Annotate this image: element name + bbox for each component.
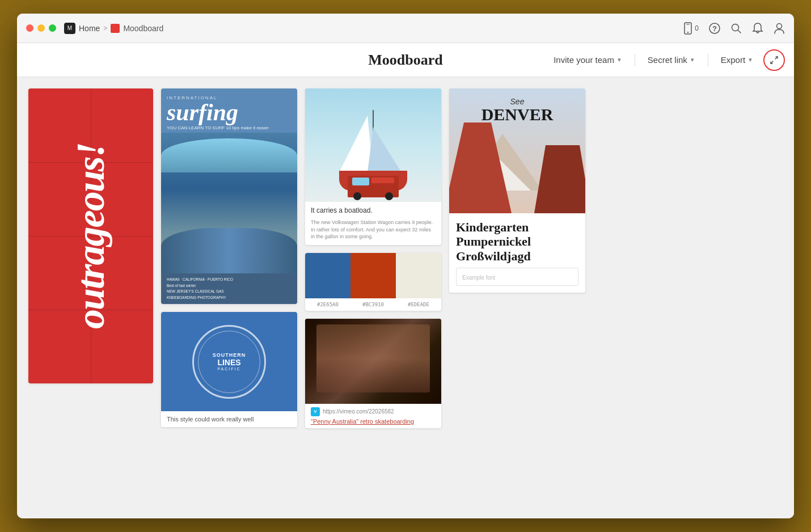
video-title[interactable]: "Penny Australia" retro skateboarding	[311, 418, 436, 425]
titlebar: M Home > Moodboard 0 ?	[17, 14, 794, 43]
secret-link-label: Secret link	[648, 55, 687, 65]
vw-image	[305, 88, 441, 202]
svg-rect-2	[686, 24, 690, 24]
notification-icon[interactable]	[752, 22, 763, 35]
toolbar-actions: Invite your team ▼ Secret link ▼ Export …	[549, 49, 785, 71]
denver-image: See DENVER	[449, 88, 585, 213]
fullscreen-button[interactable]	[763, 49, 785, 71]
export-label: Export	[721, 55, 745, 65]
vw-window	[352, 178, 369, 185]
svg-text:?: ?	[712, 24, 717, 33]
vw-card[interactable]: It carries a boatload. The new Volkswage…	[305, 88, 441, 245]
col-2: INTERNATIONAL surfing YOU CAN LEARN TO S…	[161, 88, 297, 427]
southern-content: SOUTHERN LINES PACIFIC	[161, 312, 297, 411]
southern-inner-circle: SOUTHERN LINES PACIFIC	[198, 331, 260, 393]
col-1: outrageous!	[28, 88, 153, 383]
palette-label-cream: #EDEADE	[396, 302, 441, 307]
palette-card[interactable]: #2E65A0 #BC3910 #EDEADE	[305, 253, 441, 311]
svg-point-7	[777, 23, 782, 28]
divider-2	[708, 54, 708, 66]
titlebar-actions: 0 ?	[683, 22, 785, 35]
invite-label: Invite your team	[554, 55, 614, 65]
surfing-header: INTERNATIONAL surfing YOU CAN LEARN TO S…	[161, 88, 297, 133]
swatch-cream	[396, 253, 441, 298]
secret-chevron-icon: ▼	[690, 57, 695, 63]
export-chevron-icon: ▼	[747, 57, 753, 63]
surfing-image	[161, 133, 297, 273]
col-3: It carries a boatload. The new Volkswage…	[305, 88, 441, 428]
wave-top	[161, 138, 297, 172]
southern-lines: LINES	[217, 358, 240, 367]
denver-name: DENVER	[449, 106, 585, 123]
export-button[interactable]: Export ▼	[716, 52, 758, 68]
invite-chevron-icon: ▼	[616, 57, 622, 63]
denver-title-area: See DENVER	[449, 97, 585, 123]
app-window: M Home > Moodboard 0 ?	[17, 14, 794, 518]
surfing-subtitle: YOU CAN LEARN TO SURF 10 tips make it ea…	[167, 125, 292, 130]
southern-label: This style could work really well	[161, 411, 297, 427]
palette-swatches	[305, 253, 441, 298]
video-thumbnail: ▶	[305, 319, 441, 404]
breadcrumb: M Home > Moodboard	[64, 23, 163, 34]
surfing-footer: HAWAII · CALIFORNIA · PUERTO RICO Best o…	[161, 273, 297, 304]
wheel-right	[385, 192, 393, 200]
sail-right	[368, 127, 402, 172]
moodboard-grid: outrageous! INTERNATIONAL surfing YOU CA…	[28, 88, 783, 507]
project-icon	[111, 24, 120, 33]
minimize-button[interactable]	[37, 24, 45, 32]
help-icon[interactable]: ?	[709, 23, 720, 34]
toolbar: Moodboard Invite your team ▼ Secret link…	[17, 43, 794, 77]
wheel-left	[353, 192, 361, 200]
southern-card[interactable]: SOUTHERN LINES PACIFIC This style could …	[161, 312, 297, 427]
swatch-blue	[305, 253, 350, 298]
face-bg	[316, 324, 430, 392]
vw-front	[371, 178, 394, 183]
vimeo-link: V https://vimeo.com/22026582	[311, 407, 436, 416]
home-label[interactable]: Home	[79, 24, 100, 33]
heading-line1: Kindergarten	[456, 220, 578, 234]
user-icon[interactable]	[774, 22, 785, 35]
search-icon[interactable]	[730, 23, 742, 34]
southern-pacific: PACIFIC	[217, 367, 240, 371]
denver-card[interactable]: See DENVER Kindergarten Pumpernickel Gro…	[449, 88, 585, 293]
denver-text: Kindergarten Pumpernickel Großwildjagd E…	[449, 213, 585, 293]
secret-link-button[interactable]: Secret link ▼	[643, 52, 700, 68]
swatch-red	[350, 253, 396, 298]
outrageous-card[interactable]: outrageous!	[28, 88, 153, 383]
surfing-footer-text: HAWAII · CALIFORNIA · PUERTO RICO Best o…	[167, 277, 292, 301]
southern-logo-circle: SOUTHERN LINES PACIFIC	[192, 325, 266, 399]
vw-subtext: The new Volkswagen Station Wagon carries…	[305, 219, 441, 245]
page-title: Moodboard	[368, 52, 442, 69]
maximize-button[interactable]	[49, 24, 56, 32]
denver-sky: See DENVER	[449, 88, 585, 213]
close-button[interactable]	[26, 24, 33, 32]
phone-icon[interactable]: 0	[683, 22, 699, 35]
wave-bottom	[161, 228, 297, 273]
traffic-lights	[26, 24, 56, 32]
video-card[interactable]: ▶ V https://vimeo.com/22026582 "Penny Au…	[305, 319, 441, 428]
project-label: Moodboard	[123, 24, 163, 33]
video-link-area: V https://vimeo.com/22026582 "Penny Aust…	[305, 404, 441, 428]
svg-line-6	[738, 30, 741, 33]
font-label: Example font	[462, 275, 495, 281]
outrageous-text: outrageous!	[71, 143, 111, 329]
moodboard-canvas[interactable]: outrageous! INTERNATIONAL surfing YOU CA…	[17, 77, 794, 518]
denver-font-sample: Example font	[456, 268, 578, 286]
video-url: https://vimeo.com/22026582	[323, 408, 394, 415]
vw-caption: It carries a boatload.	[305, 202, 441, 219]
surfing-title: surfing	[167, 100, 292, 124]
surfing-card[interactable]: INTERNATIONAL surfing YOU CAN LEARN TO S…	[161, 88, 297, 304]
invite-team-button[interactable]: Invite your team ▼	[549, 52, 627, 68]
vimeo-icon: V	[311, 407, 320, 416]
palette-labels: #2E65A0 #BC3910 #EDEADE	[305, 298, 441, 311]
southern-title: SOUTHERN	[213, 352, 246, 358]
vw-bus-wrapper	[348, 176, 399, 197]
breadcrumb-separator: >	[103, 24, 107, 32]
denver-heading: Kindergarten Pumpernickel Großwildjagd	[456, 220, 578, 263]
palette-label-red: #BC3910	[350, 302, 396, 307]
phone-count: 0	[695, 24, 699, 32]
app-icon: M	[64, 23, 75, 34]
divider-1	[635, 54, 635, 66]
col-4: See DENVER Kindergarten Pumpernickel Gro…	[449, 88, 585, 293]
heading-line3: Großwildjagd	[456, 249, 578, 263]
